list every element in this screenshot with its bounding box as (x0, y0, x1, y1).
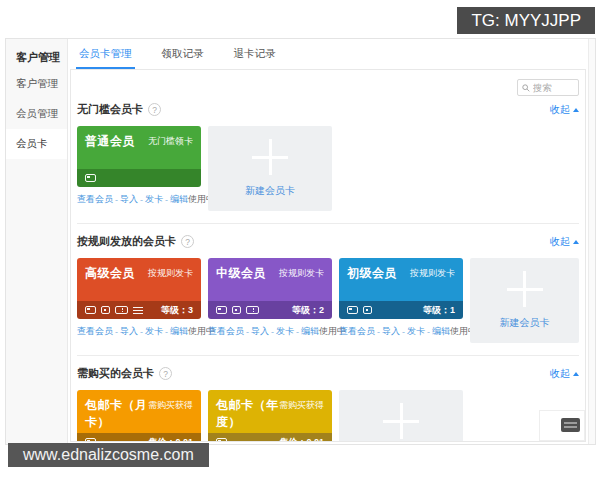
list-icon (133, 307, 143, 314)
chevron-up-icon (573, 372, 579, 376)
member-card-shipping-monthly: 包邮卡（月卡） 需购买获得 售价：0.01 查看会员-发卡-编辑 使用中 (77, 390, 201, 442)
member-card-intermediate: 中级会员 按规则发卡 等级：2 查看会员-导入-发卡-编辑 (208, 258, 332, 338)
new-card-label: 新建会员卡 (500, 316, 550, 330)
collapse-link[interactable]: 收起 (550, 103, 579, 117)
link-separator: - (246, 327, 249, 337)
card-icon (216, 438, 227, 442)
edit-link[interactable]: 编辑 (170, 325, 188, 338)
feedback-widget[interactable] (539, 410, 585, 441)
plus-icon (252, 139, 288, 175)
card-face[interactable]: 初级会员 按规则发卡 等级：1 (339, 258, 463, 319)
card-level: 等级：2 (292, 304, 324, 317)
section-purchase-cards: 需购买的会员卡 ? 收起 包邮卡（月卡） 需购买获得 (77, 355, 579, 442)
card-title: 中级会员 (216, 265, 266, 282)
section-title: 按规则发放的会员卡 (77, 234, 176, 249)
content-panel: 无门槛会员卡 ? 收起 普通会员 无门槛领卡 (70, 69, 586, 442)
card-type-tag: 无门槛领卡 (148, 133, 193, 148)
tab-return-records[interactable]: 退卡记录 (231, 41, 279, 69)
help-icon[interactable]: ? (148, 103, 161, 116)
issue-card-link[interactable]: 发卡 (145, 193, 163, 206)
card-face[interactable]: 普通会员 无门槛领卡 (77, 126, 201, 187)
chevron-up-icon (573, 240, 579, 244)
collapse-label: 收起 (550, 235, 570, 249)
tg-watermark-badge: TG: MYYJJPP (457, 7, 595, 34)
import-link[interactable]: 导入 (120, 193, 138, 206)
issue-card-link[interactable]: 发卡 (276, 325, 294, 338)
card-title: 普通会员 (85, 133, 135, 150)
import-link[interactable]: 导入 (251, 325, 269, 338)
card-top: 普通会员 无门槛领卡 (77, 126, 201, 169)
help-icon[interactable]: ? (181, 235, 194, 248)
sidebar-item-member-card[interactable]: 会员卡 (6, 129, 67, 159)
card-strip (77, 169, 201, 187)
help-icon[interactable]: ? (159, 367, 172, 380)
card-strip: 售价：0.01 (208, 433, 332, 442)
member-card-senior: 高级会员 按规则发卡 等级：3 (77, 258, 201, 338)
card-face[interactable]: 高级会员 按规则发卡 等级：3 (77, 258, 201, 319)
search-icon (522, 83, 530, 93)
tab-bar: 会员卡管理 领取记录 退卡记录 (68, 39, 588, 69)
card-price: 售价：0.01 (279, 436, 324, 443)
card-top: 中级会员 按规则发卡 (208, 258, 332, 301)
scrollbar[interactable] (588, 39, 595, 444)
edit-link[interactable]: 编辑 (170, 193, 188, 206)
tag-icon (363, 306, 372, 314)
search-box[interactable] (517, 79, 579, 96)
link-separator: - (140, 327, 143, 337)
search-input[interactable] (533, 82, 574, 93)
link-separator: - (271, 327, 274, 337)
import-link[interactable]: 导入 (382, 325, 400, 338)
member-card-shipping-yearly: 包邮卡（年度） 需购买获得 售价：0.01 查看会员-发卡-编辑 使用中 (208, 390, 332, 442)
cards-row: 普通会员 无门槛领卡 查看会员-导入-发卡-编辑 使用中 (77, 126, 579, 211)
card-icon (216, 306, 227, 314)
card-type-tag: 需购买获得 (148, 397, 193, 412)
sidebar-item-customer-management[interactable]: 客户管理 (6, 69, 67, 99)
section-header: 需购买的会员卡 ? 收起 (77, 366, 579, 381)
card-actions-row: 查看会员-导入-发卡-编辑 使用中 (77, 193, 201, 206)
card-face[interactable]: 包邮卡（年度） 需购买获得 售价：0.01 (208, 390, 332, 442)
card-top: 初级会员 按规则发卡 (339, 258, 463, 301)
issue-card-link[interactable]: 发卡 (407, 325, 425, 338)
ticket-icon (115, 306, 128, 314)
edit-link[interactable]: 编辑 (432, 325, 450, 338)
new-member-card-button[interactable]: 新建会员卡 (470, 258, 579, 343)
link-separator: - (377, 327, 380, 337)
plus-icon (507, 271, 543, 307)
edit-link[interactable]: 编辑 (301, 325, 319, 338)
card-face[interactable]: 中级会员 按规则发卡 等级：2 (208, 258, 332, 319)
chevron-up-icon (573, 108, 579, 112)
section-title: 无门槛会员卡 (77, 102, 143, 117)
view-members-link[interactable]: 查看会员 (77, 193, 113, 206)
member-card-junior: 初级会员 按规则发卡 等级：1 查看会员-导入-发卡-编辑 使用中 (339, 258, 463, 338)
card-actions-row: 查看会员-导入-发卡-编辑 使用中 (77, 325, 201, 338)
card-level: 等级：1 (423, 304, 455, 317)
collapse-link[interactable]: 收起 (550, 367, 579, 381)
link-separator: - (165, 195, 168, 205)
tab-member-card-management[interactable]: 会员卡管理 (76, 41, 135, 69)
section-rule-based-cards: 按规则发放的会员卡 ? 收起 高级会员 按规则发卡 (77, 223, 579, 352)
tab-claim-records[interactable]: 领取记录 (159, 41, 207, 69)
card-price: 售价：0.01 (148, 436, 193, 443)
view-members-link[interactable]: 查看会员 (77, 325, 113, 338)
sidebar-item-member-management[interactable]: 会员管理 (6, 99, 67, 129)
card-top: 高级会员 按规则发卡 (77, 258, 201, 301)
sidebar-title: 客户管理 (6, 39, 67, 69)
view-members-link[interactable]: 查看会员 (208, 325, 244, 338)
issue-card-link[interactable]: 发卡 (145, 325, 163, 338)
new-member-card-button[interactable]: 新建会员卡 (208, 126, 332, 211)
section-header: 无门槛会员卡 ? 收起 (77, 102, 579, 117)
card-face[interactable]: 包邮卡（月卡） 需购买获得 售价：0.01 (77, 390, 201, 442)
new-card-label: 新建会员卡 (245, 184, 295, 198)
section-title: 需购买的会员卡 (77, 366, 154, 381)
collapse-link[interactable]: 收起 (550, 235, 579, 249)
card-title: 包邮卡（年度） (216, 397, 279, 431)
import-link[interactable]: 导入 (120, 325, 138, 338)
link-separator: - (402, 327, 405, 337)
cards-row: 高级会员 按规则发卡 等级：3 (77, 258, 579, 343)
search-row (77, 75, 579, 96)
section-no-threshold-cards: 无门槛会员卡 ? 收起 普通会员 无门槛领卡 (77, 96, 579, 220)
link-separator: - (140, 195, 143, 205)
new-member-card-button[interactable]: 新建会员卡 (339, 390, 463, 442)
card-icon (85, 174, 96, 182)
view-members-link[interactable]: 查看会员 (339, 325, 375, 338)
